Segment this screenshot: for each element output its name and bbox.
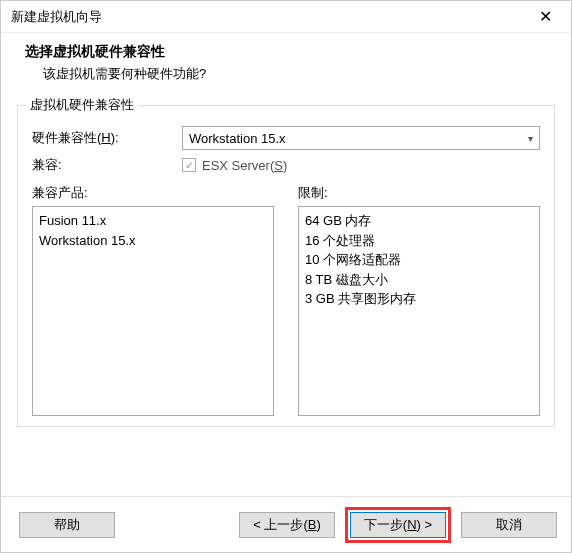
wizard-dialog: 新建虚拟机向导 ✕ 选择虚拟机硬件兼容性 该虚拟机需要何种硬件功能? 虚拟机硬件…	[0, 0, 572, 553]
limits-col: 限制: 64 GB 内存16 个处理器10 个网络适配器8 TB 磁盘大小3 G…	[298, 184, 540, 416]
next-button[interactable]: 下一步(N) >	[350, 512, 446, 538]
compat-value: Workstation 15.x	[189, 131, 286, 146]
window-title: 新建虚拟机向导	[11, 1, 102, 33]
compat-dropdown[interactable]: Workstation 15.x ▾	[182, 126, 540, 150]
wizard-header: 选择虚拟机硬件兼容性 该虚拟机需要何种硬件功能?	[1, 33, 571, 99]
compat-label: 硬件兼容性(H):	[32, 129, 182, 147]
cancel-button[interactable]: 取消	[461, 512, 557, 538]
compat-row: 硬件兼容性(H): Workstation 15.x ▾	[32, 126, 540, 150]
hardware-compat-group: 虚拟机硬件兼容性 硬件兼容性(H): Workstation 15.x ▾ 兼容…	[17, 105, 555, 427]
limits-list[interactable]: 64 GB 内存16 个处理器10 个网络适配器8 TB 磁盘大小3 GB 共享…	[298, 206, 540, 416]
wizard-footer: 帮助 < 上一步(B) 下一步(N) > 取消	[1, 496, 571, 552]
esx-checkbox-row: ✓ ESX Server(S)	[182, 158, 287, 173]
list-item: 16 个处理器	[305, 231, 533, 251]
group-legend: 虚拟机硬件兼容性	[26, 96, 138, 114]
list-item: 10 个网络适配器	[305, 250, 533, 270]
limits-label: 限制:	[298, 184, 540, 202]
lists-row: 兼容产品: Fusion 11.xWorkstation 15.x 限制: 64…	[32, 184, 540, 416]
products-col: 兼容产品: Fusion 11.xWorkstation 15.x	[32, 184, 274, 416]
page-subtitle: 该虚拟机需要何种硬件功能?	[25, 61, 547, 83]
help-button[interactable]: 帮助	[19, 512, 115, 538]
products-list[interactable]: Fusion 11.xWorkstation 15.x	[32, 206, 274, 416]
esx-label: ESX Server(S)	[202, 158, 287, 173]
list-item: 3 GB 共享图形内存	[305, 289, 533, 309]
products-label: 兼容产品:	[32, 184, 274, 202]
page-title: 选择虚拟机硬件兼容性	[25, 43, 547, 61]
close-icon[interactable]: ✕	[529, 1, 561, 33]
esx-checkbox[interactable]: ✓	[182, 158, 196, 172]
nav-buttons: < 上一步(B) 下一步(N) > 取消	[239, 507, 557, 543]
back-button[interactable]: < 上一步(B)	[239, 512, 335, 538]
list-item[interactable]: Fusion 11.x	[39, 211, 267, 231]
next-button-highlight: 下一步(N) >	[345, 507, 451, 543]
titlebar: 新建虚拟机向导 ✕	[1, 1, 571, 33]
list-item[interactable]: Workstation 15.x	[39, 231, 267, 251]
chevron-down-icon: ▾	[528, 133, 533, 144]
compatible-label: 兼容:	[32, 156, 182, 174]
list-item: 8 TB 磁盘大小	[305, 270, 533, 290]
list-item: 64 GB 内存	[305, 211, 533, 231]
compatible-row: 兼容: ✓ ESX Server(S)	[32, 156, 540, 174]
